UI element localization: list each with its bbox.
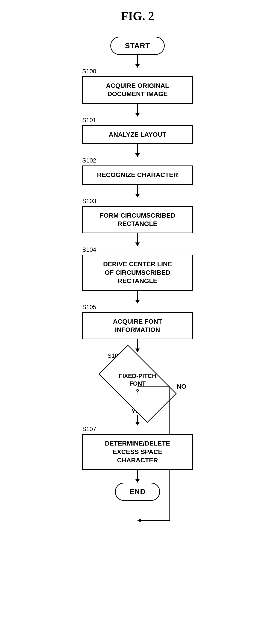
svg-text:NO: NO — [177, 383, 186, 390]
end-terminal: END — [115, 483, 160, 501]
svg-marker-4 — [137, 518, 141, 522]
arrow-head — [135, 153, 140, 157]
flowchart: START S100 ACQUIRE ORIGINAL DOCUMENT IMA… — [57, 37, 218, 501]
step-label-s105: S105 — [82, 304, 96, 311]
arrow-line — [137, 291, 138, 300]
arrow-line — [137, 415, 138, 422]
arrow-head — [135, 242, 140, 246]
decision-s106: FIXED-PITCH FONT ? — [101, 361, 174, 407]
arrow-s102-s103 — [135, 185, 140, 198]
arrow-s100-s101 — [135, 104, 140, 117]
process-s101: ANALYZE LAYOUT — [82, 125, 193, 144]
arrow-head — [135, 194, 140, 198]
arrow-line — [137, 144, 138, 153]
arrow-line — [137, 339, 138, 348]
arrow-s106-s107 — [135, 415, 140, 426]
process-s102: RECOGNIZE CHARACTER — [82, 166, 193, 184]
arrow-line — [137, 233, 138, 242]
start-terminal: START — [110, 37, 164, 55]
arrow-head — [135, 348, 140, 352]
arrow-line — [137, 55, 138, 64]
process-s105: ACQUIRE FONT INFORMATION — [82, 312, 193, 340]
arrow-head — [135, 300, 140, 304]
step-label-s102: S102 — [82, 157, 96, 164]
arrow-s103-s104 — [135, 233, 140, 246]
arrow-line — [137, 104, 138, 113]
arrow-s101-s102 — [135, 144, 140, 157]
step-label-s103: S103 — [82, 198, 96, 205]
process-s100: ACQUIRE ORIGINAL DOCUMENT IMAGE — [82, 76, 193, 104]
step-label-s100: S100 — [82, 68, 96, 75]
process-s107: DETERMINE/DELETE EXCESS SPACE CHARACTER — [82, 434, 193, 470]
process-s103: FORM CIRCUMSCRIBED RECTANGLE — [82, 206, 193, 234]
arrow-s105-s106 — [135, 339, 140, 352]
step-label-s101: S101 — [82, 117, 96, 124]
process-s104: DERIVE CENTER LINE OF CIRCUMSCRIBED RECT… — [82, 255, 193, 290]
arrow-head — [135, 422, 140, 426]
step-label-s104: S104 — [82, 246, 96, 253]
step-label-s106: S106 — [82, 352, 244, 359]
arrow-head — [135, 64, 140, 68]
arrow-s107-end — [135, 470, 140, 483]
page: FIG. 2 START S100 ACQUIRE ORIGINAL DOCUM… — [0, 0, 275, 644]
arrow-head — [135, 113, 140, 117]
arrow-s104-s105 — [135, 291, 140, 304]
arrow-line — [137, 470, 138, 479]
step-label-s107: S107 — [82, 426, 96, 433]
figure-title: FIG. 2 — [121, 9, 154, 23]
decision-section: S106 FIXED-PITCH FONT ? NO — [57, 352, 218, 407]
arrow-line — [137, 185, 138, 194]
arrow-start-s100 — [135, 55, 140, 68]
arrow-head — [135, 479, 140, 483]
decision-text-s106: FIXED-PITCH FONT ? — [119, 372, 156, 396]
